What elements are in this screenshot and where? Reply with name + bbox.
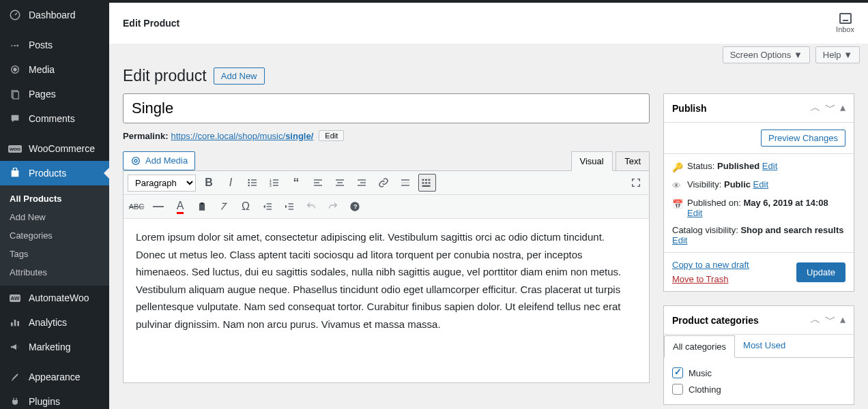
sidebar-item-analytics[interactable]: Analytics [0,310,109,335]
align-center-button[interactable] [331,174,349,192]
align-right-button[interactable] [353,174,371,192]
sidebar-item-label: Plugins [29,396,60,407]
sidebar-item-media[interactable]: Media [0,57,109,82]
svg-rect-25 [314,185,322,185]
textcolor-button[interactable]: A [171,198,189,215]
move-trash-link[interactable]: Move to Trash [672,274,749,284]
undo-button[interactable] [302,198,320,215]
product-title-input[interactable] [123,93,650,123]
camera-icon [130,155,141,166]
sub-attributes[interactable]: Attributes [0,263,109,282]
category-checkbox[interactable] [672,384,683,395]
panel-toggle-icon[interactable]: ▴ [840,313,845,327]
link-button[interactable] [375,174,392,192]
quote-button[interactable]: “ [287,174,305,192]
eye-icon: 👁 [672,181,682,191]
sidebar-item-label: WooCommerce [29,143,95,154]
svg-rect-18 [273,179,278,180]
category-item[interactable]: Music [672,365,845,381]
tab-text[interactable]: Text [616,151,650,170]
category-checkbox[interactable] [672,367,683,378]
sidebar-item-plugins[interactable]: Plugins [0,389,109,409]
sidebar-item-pages[interactable]: Pages [0,82,109,106]
help-icon-button[interactable]: ? [346,198,364,215]
permalink-edit-button[interactable]: Edit [319,130,344,141]
panel-up-icon[interactable]: ︿ [810,313,821,327]
indent-button[interactable] [280,198,298,215]
edit-date-link[interactable]: Edit [687,208,702,218]
sidebar-item-posts[interactable]: Posts [0,33,109,57]
calendar-icon: 📅 [672,199,682,209]
svg-rect-35 [422,179,424,181]
permalink-label: Permalink: [123,131,168,141]
strike-button[interactable]: ABC [128,198,145,215]
edit-catalog-link[interactable]: Edit [672,235,687,245]
edit-status-link[interactable]: Edit [762,161,777,171]
sub-tags[interactable]: Tags [0,245,109,263]
panel-down-icon[interactable]: ﹀ [825,313,836,327]
more-button[interactable] [396,174,414,192]
italic-button[interactable]: I [222,174,240,192]
plug-icon [8,395,22,408]
sidebar-item-woocommerce[interactable]: woo WooCommerce [0,136,109,161]
category-item[interactable]: Clothing [672,381,845,397]
editor-content[interactable]: Lorem ipsum dolor sit amet, consectetur … [124,219,649,382]
sidebar-item-dashboard[interactable]: Dashboard [0,3,109,27]
sidebar-item-automatewoo[interactable]: AW AutomateWoo [0,286,109,310]
tab-most-used[interactable]: Most Used [735,335,794,357]
svg-rect-28 [336,185,344,185]
screen-options-button[interactable]: Screen Options ▼ [723,46,810,63]
sidebar-item-appearance[interactable]: Appearance [0,365,109,389]
format-select[interactable]: Paragraph [128,175,196,192]
sub-all-products[interactable]: All Products [0,190,109,208]
svg-rect-48 [289,206,293,207]
publish-title: Publish [672,103,707,114]
sidebar-item-label: Media [29,64,55,75]
bullet-list-button[interactable] [244,174,261,192]
svg-rect-7 [14,320,16,326]
copy-draft-link[interactable]: Copy to a new draft [672,260,749,270]
megaphone-icon [8,340,22,354]
svg-rect-46 [267,209,272,209]
inbox-button[interactable]: Inbox [836,13,854,33]
sidebar-item-products[interactable]: Products [0,161,109,185]
svg-rect-6 [11,322,13,326]
svg-rect-29 [358,179,366,180]
panel-down-icon[interactable]: ﹀ [825,101,836,115]
update-button[interactable]: Update [796,262,845,282]
specialchar-button[interactable]: Ω [237,198,255,215]
number-list-button[interactable]: 123 [265,174,283,192]
hr-button[interactable]: — [149,198,167,215]
sidebar-item-comments[interactable]: Comments [0,106,109,131]
paste-button[interactable] [193,198,211,215]
edit-visibility-link[interactable]: Edit [753,179,768,190]
pin-icon [8,38,22,52]
help-button[interactable]: Help ▼ [815,46,860,63]
svg-text:3: 3 [270,183,272,187]
header-title: Edit Product [123,18,179,29]
svg-rect-37 [429,179,431,181]
panel-up-icon[interactable]: ︿ [810,101,821,115]
permalink-link[interactable]: https://core.local/shop/music/single/ [171,131,313,141]
redo-button[interactable] [324,198,342,215]
sidebar-item-marketing[interactable]: Marketing [0,335,109,359]
sidebar-item-label: Appearance [29,372,81,382]
preview-changes-button[interactable]: Preview Changes [761,130,845,147]
align-left-button[interactable] [309,174,327,192]
panel-toggle-icon[interactable]: ▴ [840,101,845,115]
fullscreen-button[interactable] [627,174,645,192]
add-new-button[interactable]: Add New [214,67,265,85]
admin-sidebar: Dashboard Posts Media Pages Comments woo… [0,3,109,409]
sidebar-item-label: Comments [29,113,75,124]
tab-visual[interactable]: Visual [571,151,613,171]
clear-format-button[interactable] [215,198,233,215]
add-media-button[interactable]: Add Media [123,151,195,170]
sub-categories[interactable]: Categories [0,226,109,245]
outdent-button[interactable] [259,198,276,215]
bold-button[interactable]: B [200,174,218,192]
sidebar-item-label: Analytics [29,317,67,328]
kitchen-sink-button[interactable] [418,174,436,192]
tab-all-categories[interactable]: All categories [664,335,735,358]
woo-icon: woo [8,142,22,155]
sub-add-new[interactable]: Add New [0,208,109,226]
